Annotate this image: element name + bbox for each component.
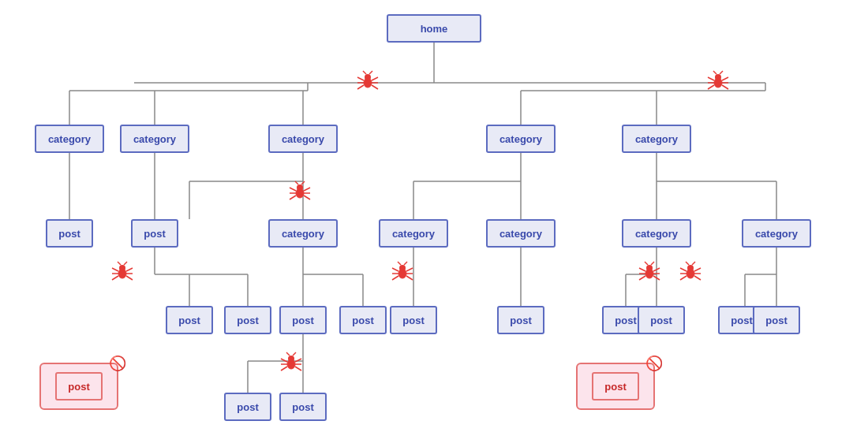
svg-line-92: [406, 268, 413, 271]
post4a1-node: post: [390, 306, 437, 334]
highlighted-post-left-node: post: [55, 372, 103, 400]
svg-point-88: [399, 265, 406, 271]
svg-line-89: [392, 268, 398, 271]
cat2-node: category: [120, 125, 189, 153]
svg-line-119: [281, 359, 287, 362]
post4b1-node: post: [497, 306, 544, 334]
highlighted-post-right-label: post: [604, 381, 626, 393]
svg-line-116: [692, 262, 695, 265]
svg-point-78: [119, 265, 125, 271]
svg-line-121: [281, 367, 287, 371]
cat3a-node: category: [268, 219, 338, 248]
bug-icon-2: [706, 69, 730, 93]
svg-line-91: [392, 276, 398, 280]
svg-line-99: [639, 268, 645, 271]
post5a1-label: post: [615, 315, 636, 326]
svg-line-115: [686, 262, 689, 265]
svg-line-111: [680, 276, 687, 280]
svg-line-106: [651, 262, 654, 265]
bug-icon-7: [679, 260, 702, 284]
cat1-node: category: [35, 125, 104, 153]
svg-line-105: [645, 262, 648, 265]
cat1-label: category: [48, 133, 91, 145]
svg-line-59: [708, 77, 714, 80]
post3b2deep-node: post: [279, 393, 327, 421]
svg-point-58: [715, 74, 721, 80]
svg-line-56: [369, 71, 372, 74]
svg-line-72: [304, 188, 310, 191]
cat2-label: category: [133, 133, 176, 145]
svg-line-71: [290, 196, 296, 199]
svg-line-85: [118, 262, 121, 265]
svg-line-55: [363, 71, 366, 74]
cat5b-node: category: [742, 219, 811, 248]
svg-line-112: [694, 268, 701, 271]
svg-line-94: [406, 276, 413, 280]
svg-point-48: [365, 74, 371, 80]
cat5-label: category: [635, 133, 678, 145]
svg-line-64: [722, 85, 728, 89]
svg-line-82: [126, 268, 133, 271]
cat5a-node: category: [622, 219, 691, 248]
svg-line-104: [653, 276, 660, 280]
post3a2-node: post: [224, 306, 271, 334]
svg-line-109: [680, 268, 687, 271]
post5a2-label: post: [650, 315, 672, 326]
post3a1-label: post: [178, 315, 200, 326]
post4b1-label: post: [510, 315, 531, 326]
highlighted-post-right-node: post: [592, 372, 639, 400]
svg-line-54: [372, 85, 378, 89]
cat4b-node: category: [486, 219, 556, 248]
svg-line-66: [720, 71, 723, 74]
svg-line-102: [653, 268, 660, 271]
cat3-node: category: [268, 125, 338, 153]
svg-line-76: [301, 181, 305, 184]
post3b1deep-label: post: [237, 401, 258, 413]
svg-line-101: [639, 276, 645, 280]
svg-line-125: [286, 352, 290, 356]
post3b1-node: post: [279, 306, 327, 334]
post5a2-node: post: [638, 306, 685, 334]
svg-line-124: [295, 367, 301, 371]
post1-label: post: [58, 228, 80, 240]
cat5b-label: category: [755, 228, 798, 240]
cat5a-label: category: [635, 228, 678, 240]
svg-line-62: [722, 77, 728, 80]
highlighted-post-left-label: post: [68, 381, 89, 393]
bug-icon-3: [288, 180, 312, 203]
svg-point-108: [687, 265, 694, 271]
svg-point-98: [646, 265, 653, 271]
svg-line-122: [295, 359, 301, 362]
post5b2-node: post: [753, 306, 800, 334]
svg-point-68: [297, 184, 303, 191]
post3b2deep-label: post: [292, 401, 313, 413]
svg-line-81: [112, 276, 118, 280]
cat5-node: category: [622, 125, 691, 153]
highlighted-post-right: post 🚫: [576, 363, 655, 410]
bug-icon-5: [391, 260, 414, 284]
blocked-icon-right: 🚫: [645, 355, 663, 372]
svg-line-96: [404, 262, 407, 265]
post2-label: post: [144, 228, 165, 240]
post3a1-node: post: [166, 306, 213, 334]
cat4-node: category: [486, 125, 556, 153]
post3b2-label: post: [352, 315, 373, 326]
cat3-label: category: [282, 133, 324, 145]
cat4a-node: category: [379, 219, 448, 248]
bug-icon-4: [110, 260, 134, 284]
highlighted-post-left: post 🚫: [39, 363, 118, 410]
post5b2-label: post: [765, 315, 787, 326]
cat4-label: category: [499, 133, 542, 145]
svg-line-61: [708, 85, 714, 89]
svg-line-79: [112, 268, 118, 271]
post1-node: post: [46, 219, 93, 248]
svg-line-65: [713, 71, 716, 74]
svg-line-126: [293, 352, 296, 356]
svg-line-86: [124, 262, 127, 265]
svg-line-84: [126, 276, 133, 280]
svg-line-114: [694, 276, 701, 280]
svg-line-69: [290, 188, 296, 191]
svg-line-51: [357, 85, 364, 89]
bug-icon-8: [279, 351, 303, 374]
cat3a-label: category: [282, 228, 324, 240]
